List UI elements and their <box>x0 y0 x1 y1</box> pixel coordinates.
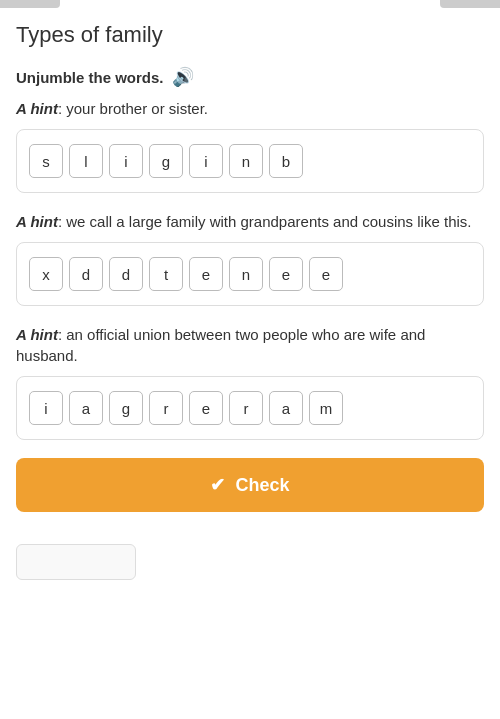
exercise-3: A hint: an official union between two pe… <box>16 324 484 440</box>
letter-tile[interactable]: i <box>29 391 63 425</box>
letter-tile[interactable]: i <box>189 144 223 178</box>
letter-tile[interactable]: a <box>69 391 103 425</box>
letter-tile[interactable]: t <box>149 257 183 291</box>
page-title: Types of family <box>0 8 500 58</box>
instruction-row: Unjumble the words. 🔊 <box>16 66 484 88</box>
letter-tile[interactable]: b <box>269 144 303 178</box>
letter-tile[interactable]: d <box>69 257 103 291</box>
letter-tile[interactable]: n <box>229 144 263 178</box>
check-icon: ✔ <box>210 474 225 496</box>
letter-tile[interactable]: e <box>309 257 343 291</box>
top-bar-right <box>440 0 500 8</box>
letter-tile[interactable]: a <box>269 391 303 425</box>
check-label: Check <box>235 475 289 496</box>
letter-tile[interactable]: d <box>109 257 143 291</box>
exercise-1: A hint: your brother or sister. sliginb <box>16 98 484 193</box>
hint-2: A hint: we call a large family with gran… <box>16 211 484 232</box>
check-button[interactable]: ✔ Check <box>16 458 484 512</box>
letter-tile[interactable]: r <box>149 391 183 425</box>
word-box-3: iagreram <box>16 376 484 440</box>
letter-tile[interactable]: i <box>109 144 143 178</box>
word-box-2: xddtenee <box>16 242 484 306</box>
letter-tile[interactable]: g <box>109 391 143 425</box>
letter-tile[interactable]: n <box>229 257 263 291</box>
hint-1: A hint: your brother or sister. <box>16 98 484 119</box>
letter-tile[interactable]: x <box>29 257 63 291</box>
hint-3: A hint: an official union between two pe… <box>16 324 484 366</box>
letter-tile[interactable]: l <box>69 144 103 178</box>
letter-tile[interactable]: s <box>29 144 63 178</box>
exercise-2: A hint: we call a large family with gran… <box>16 211 484 306</box>
word-box-1: sliginb <box>16 129 484 193</box>
instruction-label: Unjumble the words. <box>16 69 164 86</box>
letter-tile[interactable]: e <box>189 391 223 425</box>
letter-tile[interactable]: e <box>189 257 223 291</box>
bottom-placeholder <box>16 544 136 580</box>
top-bar <box>0 0 500 8</box>
letter-tile[interactable]: m <box>309 391 343 425</box>
content-area: Unjumble the words. 🔊 A hint: your broth… <box>0 58 500 544</box>
letter-tile[interactable]: e <box>269 257 303 291</box>
speaker-icon[interactable]: 🔊 <box>172 66 194 88</box>
bottom-section <box>0 544 500 580</box>
top-bar-left <box>0 0 60 8</box>
letter-tile[interactable]: g <box>149 144 183 178</box>
letter-tile[interactable]: r <box>229 391 263 425</box>
